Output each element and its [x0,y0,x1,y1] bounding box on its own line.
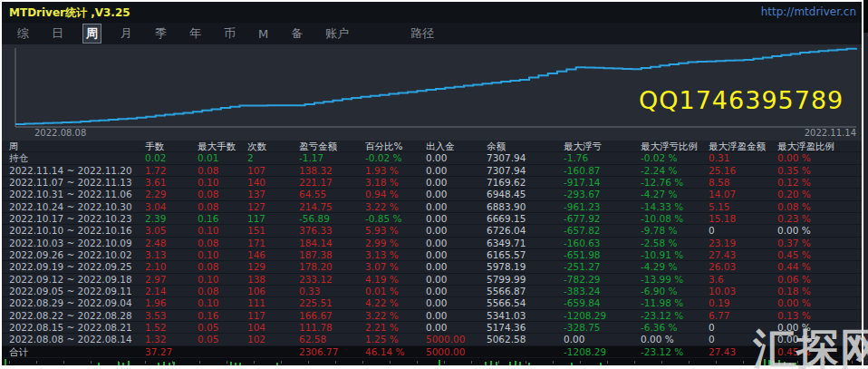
menu-item-M[interactable]: M [256,26,271,42]
table-cell: 2.10 [145,261,198,273]
table-cell: 0.31 [709,152,777,164]
header-cell: 百分比% [365,141,426,152]
table-cell: 127 [247,201,299,213]
strip-activity-bar [490,361,492,365]
table-cell: 4.19 % [365,274,426,286]
row-label: 2022.10.31 ~ 2022.11.06 [9,189,145,200]
strip-tick [689,361,690,364]
table-cell: -1.17 [299,152,365,164]
app-url-link[interactable]: http://mtdriver.cn [761,5,856,18]
menu-item-日[interactable]: 日 [49,24,66,43]
strip-activity-bar [235,363,236,365]
table-cell: 0.44 % [777,261,862,273]
table-row-week[interactable]: 2022.10.31 ~ 2022.11.062.290.0813764.550… [2,189,862,200]
table-cell: 2.99 % [365,238,426,249]
table-row-week[interactable]: 2022.09.05 ~ 2022.09.112.140.081060.330.… [2,286,862,297]
table-cell: 0.00 [426,213,487,225]
row-label: 2022.08.22 ~ 2022.08.28 [9,310,145,322]
table-cell: -6.90 % [641,286,709,297]
qq-watermark-text: QQ1746395789 [639,86,844,114]
table-row-week[interactable]: 2022.08.15 ~ 2022.08.211.520.05104111.78… [2,322,862,334]
table-cell: 117 [247,310,299,322]
table-row-week[interactable]: 2022.10.17 ~ 2022.10.232.390.16117-56.89… [2,213,862,225]
table-cell: -651.98 [564,249,641,261]
table-cell: 2.14 [145,286,198,297]
strip-tick [607,361,608,364]
table-cell: 0.08 [198,165,247,177]
table-cell: 233.12 [299,274,365,286]
table-cell: -0.85 % [365,213,426,225]
table-row-week[interactable]: 2022.09.19 ~ 2022.09.252.100.08129178.20… [2,261,862,273]
table-cell: 64.55 [299,189,365,200]
table-row-week[interactable]: 2022.09.26 ~ 2022.10.023.130.10146187.38… [2,249,862,261]
table-cell: 1.25 % [365,334,426,345]
row-label: 2022.11.14 ~ 2022.11.20 [9,165,145,177]
table-cell: 0.16 [198,213,247,225]
strip-tick [362,361,363,364]
menu-item-path[interactable]: 路径 [410,25,434,42]
table-row-week[interactable]: 2022.09.12 ~ 2022.09.182.970.10138233.12… [2,274,862,286]
menu-item-账户[interactable]: 账户 [323,24,352,43]
strip-tick [36,361,37,364]
table-cell: 0 [709,225,777,237]
table-cell: 0.00 [426,165,487,177]
table-row-totals[interactable]: 合计37.272306.7746.14 %5000.00-1208.29-23.… [2,346,862,358]
table-cell: -4.29 % [641,261,709,273]
strip-activity-bar [509,362,511,365]
table-cell: 6883.90 [487,201,564,213]
table-cell: 221.17 [299,177,365,189]
strip-activity-bar [230,362,232,365]
table-row-week[interactable]: 2022.11.14 ~ 2022.11.201.720.08107138.32… [2,165,862,177]
menu-item-币[interactable]: 币 [221,24,238,43]
table-row-week[interactable]: 2022.08.22 ~ 2022.08.283.530.16117166.67… [2,310,862,322]
table-cell: 15.18 [709,213,777,225]
table-cell: 111 [247,297,299,309]
menu-item-备[interactable]: 备 [288,24,305,43]
table-cell: 0.00 % [777,152,862,164]
table-row-open-position[interactable]: 持仓0.020.012-1.17-0.02 %0.007307.94-1.76-… [2,152,862,164]
site-watermark: 汇探网 [753,321,868,369]
strip-activity-bar [98,363,100,365]
table-cell: 3.07 % [365,261,426,273]
menu-item-月[interactable]: 月 [118,24,135,43]
table-row-week[interactable]: 2022.08.29 ~ 2022.09.041.960.10111225.51… [2,297,862,309]
table-cell: 0.37 % [777,238,862,249]
table-row-week[interactable]: 2022.10.10 ~ 2022.10.163.050.10151376.33… [2,225,862,237]
strip-activity-bar [276,363,278,365]
table-cell: 0.08 [198,189,247,200]
row-label: 合计 [9,346,145,358]
table-row-week[interactable]: 2022.11.07 ~ 2022.11.133.610.10140221.17… [2,177,862,189]
table-cell: 0.08 [198,201,247,213]
menu-item-综[interactable]: 综 [14,24,32,43]
row-label: 2022.09.05 ~ 2022.09.11 [9,286,145,297]
strip-activity-bar [496,362,497,365]
table-cell: -782.29 [564,274,641,286]
menu-item-年[interactable]: 年 [187,24,204,43]
table-cell: 5978.19 [487,261,564,273]
table-cell: 0.00 [426,249,487,261]
strip-activity-bar [169,363,170,365]
menu-item-周[interactable]: 周 [83,24,101,43]
table-cell: 225.51 [299,297,365,309]
table-row-week[interactable]: 2022.10.24 ~ 2022.10.303.040.08127214.75… [2,201,862,213]
menu-item-季[interactable]: 季 [152,24,169,43]
strip-tick [498,361,499,364]
strip-tick [444,361,445,364]
table-cell: 0.10 [198,225,247,237]
table-cell: 0.00 [426,274,487,286]
row-label: 2022.10.03 ~ 2022.10.09 [9,238,145,249]
table-cell: 0.20 % [777,189,862,200]
table-cell: 3.53 [145,310,198,322]
table-cell: -961.23 [564,201,641,213]
row-label: 2022.10.10 ~ 2022.10.16 [9,225,145,237]
table-row-week[interactable]: 2022.10.03 ~ 2022.10.092.480.08171184.14… [2,238,862,249]
table-cell: 0.00 % [777,297,862,309]
strip-tick [580,361,581,364]
strip-activity-bar [122,363,124,365]
table-cell [198,346,247,358]
table-cell: 0.00 [426,152,487,164]
table-cell: 4.22 % [365,297,426,309]
table-row-week[interactable]: 2022.08.08 ~ 2022.08.141.320.0510262.581… [2,334,862,345]
table-cell: 27.43 [709,249,777,261]
table-cell: -6.36 % [641,322,709,334]
